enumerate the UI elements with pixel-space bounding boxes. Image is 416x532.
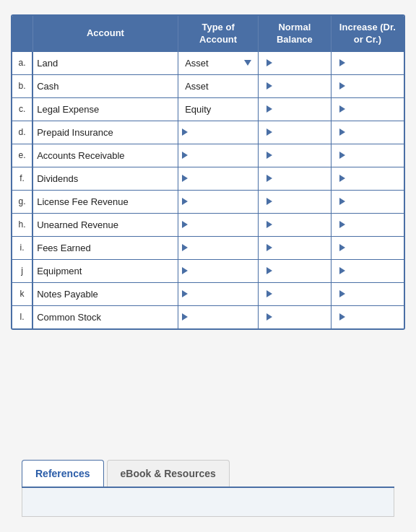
normal-indicator-icon [266, 221, 272, 228]
table-row: h.Unearned Revenue [12, 213, 404, 236]
normal-balance-input[interactable] [275, 196, 323, 207]
normal-balance-cell[interactable] [259, 167, 332, 190]
type-of-account-cell[interactable] [178, 167, 259, 190]
increase-cell[interactable] [331, 121, 404, 144]
type-input[interactable] [191, 173, 254, 184]
type-of-account-cell[interactable] [178, 236, 259, 259]
increase-input[interactable] [348, 219, 396, 230]
type-of-account-cell[interactable] [178, 121, 259, 144]
increase-input[interactable] [348, 104, 396, 115]
table-row: l.Common Stock [12, 305, 404, 328]
account-name: Fees Earned [32, 236, 178, 259]
normal-balance-cell[interactable] [259, 213, 332, 236]
increase-input[interactable] [348, 312, 396, 323]
normal-balance-input[interactable] [275, 173, 323, 184]
type-input[interactable] [191, 243, 254, 253]
normal-balance-cell[interactable] [259, 190, 332, 213]
increase-input[interactable] [348, 196, 396, 207]
normal-balance-input[interactable] [275, 81, 323, 92]
normal-balance-cell[interactable] [259, 97, 332, 121]
account-name: Unearned Revenue [32, 213, 178, 236]
increase-cell[interactable] [331, 236, 404, 259]
increase-cell[interactable] [331, 282, 404, 305]
normal-balance-input[interactable] [275, 104, 323, 115]
increase-cell[interactable] [331, 97, 404, 121]
increase-input[interactable] [348, 150, 396, 161]
normal-balance-cell[interactable] [259, 305, 332, 328]
increase-input[interactable] [348, 266, 396, 276]
normal-balance-cell[interactable] [259, 52, 332, 75]
type-input[interactable] [191, 150, 254, 161]
type-input[interactable] [191, 219, 254, 230]
normal-balance-input[interactable] [275, 312, 323, 323]
input-indicator-icon [182, 128, 188, 136]
normal-indicator-icon [266, 175, 272, 182]
increase-indicator-icon [339, 105, 345, 113]
tab-ebook-resources[interactable]: eBook & Resources [107, 460, 230, 487]
normal-balance-cell[interactable] [259, 236, 332, 259]
normal-balance-input[interactable] [275, 289, 323, 300]
row-letter: c. [12, 97, 32, 121]
type-of-account-cell[interactable]: Asset [178, 52, 259, 75]
increase-input[interactable] [348, 81, 396, 92]
normal-balance-input[interactable] [275, 58, 323, 69]
type-input[interactable] [191, 196, 254, 207]
account-name: Accounts Receivable [32, 144, 178, 167]
row-letter: d. [12, 121, 32, 144]
normal-indicator-icon [266, 105, 272, 113]
increase-cell[interactable] [331, 213, 404, 236]
type-input[interactable] [191, 266, 254, 276]
col-letter-header [12, 16, 32, 52]
normal-balance-cell[interactable] [259, 282, 332, 305]
increase-cell[interactable] [331, 167, 404, 190]
increase-cell[interactable] [331, 259, 404, 282]
increase-indicator-icon [339, 313, 345, 320]
increase-input[interactable] [348, 173, 396, 184]
increase-input[interactable] [348, 127, 396, 138]
increase-input[interactable] [348, 243, 396, 253]
normal-balance-input[interactable] [275, 219, 323, 230]
dropdown-arrow-icon[interactable] [244, 60, 251, 66]
increase-input[interactable] [348, 289, 396, 300]
increase-cell[interactable] [331, 74, 404, 97]
normal-balance-cell[interactable] [259, 144, 332, 167]
type-of-account-cell[interactable]: Equity [178, 97, 259, 121]
increase-cell[interactable] [331, 305, 404, 328]
increase-cell[interactable] [331, 190, 404, 213]
table-row: g.License Fee Revenue [12, 190, 404, 213]
input-indicator-icon [182, 175, 188, 182]
input-indicator-icon [182, 313, 188, 320]
normal-balance-cell[interactable] [259, 121, 332, 144]
account-name: Equipment [32, 259, 178, 282]
type-of-account-cell[interactable]: Asset [178, 74, 259, 97]
type-of-account-cell[interactable] [178, 282, 259, 305]
type-input[interactable] [191, 127, 254, 138]
table-row: c.Legal ExpenseEquity [12, 97, 404, 121]
normal-balance-input[interactable] [275, 150, 323, 161]
type-of-account-cell[interactable] [178, 213, 259, 236]
increase-cell[interactable] [331, 52, 404, 75]
normal-balance-input[interactable] [275, 127, 323, 138]
type-value: Equity [185, 104, 211, 115]
increase-indicator-icon [339, 198, 345, 205]
type-input[interactable] [191, 289, 254, 300]
col-normal-header: Normal Balance [259, 16, 332, 52]
normal-balance-input[interactable] [275, 243, 323, 253]
normal-indicator-icon [266, 128, 272, 136]
input-indicator-icon [182, 221, 188, 228]
normal-balance-input[interactable] [275, 266, 323, 276]
type-input[interactable] [191, 312, 254, 323]
normal-balance-cell[interactable] [259, 74, 332, 97]
normal-indicator-icon [266, 290, 272, 297]
tab-references[interactable]: References [22, 460, 104, 487]
type-of-account-cell[interactable] [178, 259, 259, 282]
increase-cell[interactable] [331, 144, 404, 167]
type-of-account-cell[interactable] [178, 305, 259, 328]
col-type-header: Type of Account [178, 16, 259, 52]
normal-indicator-icon [266, 267, 272, 274]
increase-input[interactable] [348, 58, 396, 69]
normal-balance-cell[interactable] [259, 259, 332, 282]
type-of-account-cell[interactable] [178, 190, 259, 213]
table-row: kNotes Payable [12, 282, 404, 305]
type-of-account-cell[interactable] [178, 144, 259, 167]
